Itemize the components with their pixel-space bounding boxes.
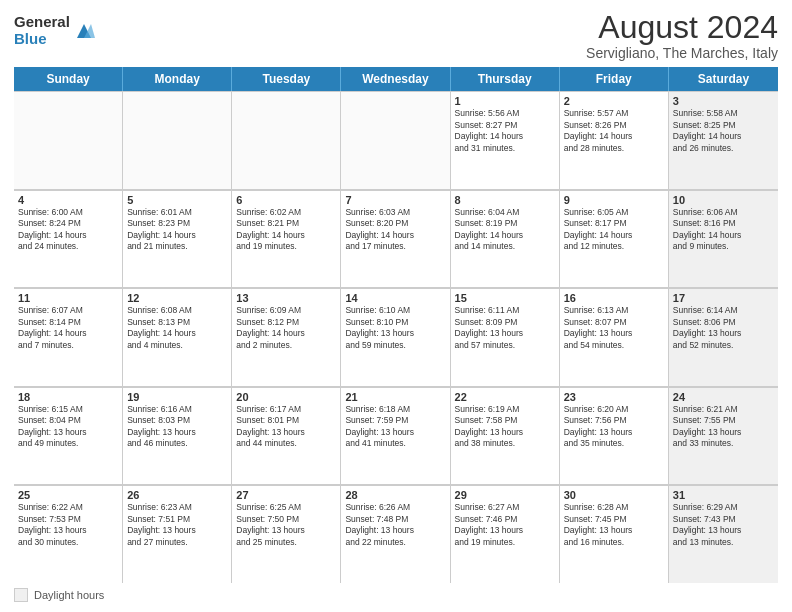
day-number: 8 [455, 194, 555, 206]
cell-info: Sunrise: 6:20 AMSunset: 7:56 PMDaylight:… [564, 404, 664, 450]
cell-info: Sunrise: 6:03 AMSunset: 8:20 PMDaylight:… [345, 207, 445, 253]
cal-cell-26: 26Sunrise: 6:23 AMSunset: 7:51 PMDayligh… [123, 485, 232, 583]
day-number: 31 [673, 489, 774, 501]
day-number: 22 [455, 391, 555, 403]
cal-cell-7: 7Sunrise: 6:03 AMSunset: 8:20 PMDaylight… [341, 190, 450, 288]
cal-cell-11: 11Sunrise: 6:07 AMSunset: 8:14 PMDayligh… [14, 288, 123, 386]
cal-header-day-tuesday: Tuesday [232, 67, 341, 91]
day-number: 9 [564, 194, 664, 206]
day-number: 2 [564, 95, 664, 107]
day-number: 30 [564, 489, 664, 501]
cal-cell-2: 2Sunrise: 5:57 AMSunset: 8:26 PMDaylight… [560, 91, 669, 189]
logo-general: General [14, 14, 70, 31]
day-number: 16 [564, 292, 664, 304]
header: General Blue August 2024 Servigliano, Th… [14, 10, 778, 61]
cal-header-day-wednesday: Wednesday [341, 67, 450, 91]
cell-info: Sunrise: 6:26 AMSunset: 7:48 PMDaylight:… [345, 502, 445, 548]
cell-info: Sunrise: 6:01 AMSunset: 8:23 PMDaylight:… [127, 207, 227, 253]
logo-blue: Blue [14, 31, 70, 48]
footer: Daylight hours [14, 588, 778, 602]
cell-info: Sunrise: 6:27 AMSunset: 7:46 PMDaylight:… [455, 502, 555, 548]
cal-cell-23: 23Sunrise: 6:20 AMSunset: 7:56 PMDayligh… [560, 387, 669, 485]
cell-info: Sunrise: 6:29 AMSunset: 7:43 PMDaylight:… [673, 502, 774, 548]
cal-header-day-monday: Monday [123, 67, 232, 91]
cal-cell-10: 10Sunrise: 6:06 AMSunset: 8:16 PMDayligh… [669, 190, 778, 288]
cell-info: Sunrise: 6:15 AMSunset: 8:04 PMDaylight:… [18, 404, 118, 450]
day-number: 23 [564, 391, 664, 403]
cal-cell-19: 19Sunrise: 6:16 AMSunset: 8:03 PMDayligh… [123, 387, 232, 485]
day-number: 3 [673, 95, 774, 107]
location: Servigliano, The Marches, Italy [586, 45, 778, 61]
calendar-header: SundayMondayTuesdayWednesdayThursdayFrid… [14, 67, 778, 91]
cal-header-day-sunday: Sunday [14, 67, 123, 91]
calendar-body: 1Sunrise: 5:56 AMSunset: 8:27 PMDaylight… [14, 91, 778, 583]
cell-info: Sunrise: 6:06 AMSunset: 8:16 PMDaylight:… [673, 207, 774, 253]
day-number: 7 [345, 194, 445, 206]
cal-cell-15: 15Sunrise: 6:11 AMSunset: 8:09 PMDayligh… [451, 288, 560, 386]
cal-cell-5: 5Sunrise: 6:01 AMSunset: 8:23 PMDaylight… [123, 190, 232, 288]
cal-header-day-friday: Friday [560, 67, 669, 91]
day-number: 24 [673, 391, 774, 403]
day-number: 20 [236, 391, 336, 403]
cal-cell-31: 31Sunrise: 6:29 AMSunset: 7:43 PMDayligh… [669, 485, 778, 583]
cal-cell-25: 25Sunrise: 6:22 AMSunset: 7:53 PMDayligh… [14, 485, 123, 583]
cal-cell-3: 3Sunrise: 5:58 AMSunset: 8:25 PMDaylight… [669, 91, 778, 189]
day-number: 5 [127, 194, 227, 206]
cell-info: Sunrise: 6:16 AMSunset: 8:03 PMDaylight:… [127, 404, 227, 450]
cal-row-4: 18Sunrise: 6:15 AMSunset: 8:04 PMDayligh… [14, 387, 778, 486]
cell-info: Sunrise: 6:28 AMSunset: 7:45 PMDaylight:… [564, 502, 664, 548]
page: General Blue August 2024 Servigliano, Th… [0, 0, 792, 612]
cal-cell-13: 13Sunrise: 6:09 AMSunset: 8:12 PMDayligh… [232, 288, 341, 386]
day-number: 13 [236, 292, 336, 304]
cal-row-5: 25Sunrise: 6:22 AMSunset: 7:53 PMDayligh… [14, 485, 778, 583]
cell-info: Sunrise: 5:58 AMSunset: 8:25 PMDaylight:… [673, 108, 774, 154]
day-number: 28 [345, 489, 445, 501]
cal-header-day-thursday: Thursday [451, 67, 560, 91]
logo-icon [73, 20, 95, 42]
cal-cell-empty-1 [123, 91, 232, 189]
cal-cell-28: 28Sunrise: 6:26 AMSunset: 7:48 PMDayligh… [341, 485, 450, 583]
day-number: 11 [18, 292, 118, 304]
header-right: August 2024 Servigliano, The Marches, It… [586, 10, 778, 61]
cal-cell-14: 14Sunrise: 6:10 AMSunset: 8:10 PMDayligh… [341, 288, 450, 386]
calendar: SundayMondayTuesdayWednesdayThursdayFrid… [14, 67, 778, 583]
cal-cell-22: 22Sunrise: 6:19 AMSunset: 7:58 PMDayligh… [451, 387, 560, 485]
cal-cell-6: 6Sunrise: 6:02 AMSunset: 8:21 PMDaylight… [232, 190, 341, 288]
day-number: 10 [673, 194, 774, 206]
day-number: 6 [236, 194, 336, 206]
cell-info: Sunrise: 6:23 AMSunset: 7:51 PMDaylight:… [127, 502, 227, 548]
cal-cell-29: 29Sunrise: 6:27 AMSunset: 7:46 PMDayligh… [451, 485, 560, 583]
cell-info: Sunrise: 6:25 AMSunset: 7:50 PMDaylight:… [236, 502, 336, 548]
day-number: 27 [236, 489, 336, 501]
cell-info: Sunrise: 6:00 AMSunset: 8:24 PMDaylight:… [18, 207, 118, 253]
cal-header-day-saturday: Saturday [669, 67, 778, 91]
cell-info: Sunrise: 6:19 AMSunset: 7:58 PMDaylight:… [455, 404, 555, 450]
cal-cell-20: 20Sunrise: 6:17 AMSunset: 8:01 PMDayligh… [232, 387, 341, 485]
cell-info: Sunrise: 5:57 AMSunset: 8:26 PMDaylight:… [564, 108, 664, 154]
logo-text: General Blue [14, 14, 70, 47]
cal-cell-27: 27Sunrise: 6:25 AMSunset: 7:50 PMDayligh… [232, 485, 341, 583]
cell-info: Sunrise: 6:21 AMSunset: 7:55 PMDaylight:… [673, 404, 774, 450]
day-number: 15 [455, 292, 555, 304]
day-number: 17 [673, 292, 774, 304]
cell-info: Sunrise: 6:13 AMSunset: 8:07 PMDaylight:… [564, 305, 664, 351]
cal-cell-12: 12Sunrise: 6:08 AMSunset: 8:13 PMDayligh… [123, 288, 232, 386]
footer-label: Daylight hours [34, 589, 104, 601]
cal-cell-18: 18Sunrise: 6:15 AMSunset: 8:04 PMDayligh… [14, 387, 123, 485]
day-number: 21 [345, 391, 445, 403]
cal-cell-empty-3 [341, 91, 450, 189]
month-title: August 2024 [586, 10, 778, 45]
cal-cell-16: 16Sunrise: 6:13 AMSunset: 8:07 PMDayligh… [560, 288, 669, 386]
cal-cell-30: 30Sunrise: 6:28 AMSunset: 7:45 PMDayligh… [560, 485, 669, 583]
cell-info: Sunrise: 6:18 AMSunset: 7:59 PMDaylight:… [345, 404, 445, 450]
cal-cell-1: 1Sunrise: 5:56 AMSunset: 8:27 PMDaylight… [451, 91, 560, 189]
cal-cell-empty-2 [232, 91, 341, 189]
cal-cell-24: 24Sunrise: 6:21 AMSunset: 7:55 PMDayligh… [669, 387, 778, 485]
day-number: 26 [127, 489, 227, 501]
day-number: 19 [127, 391, 227, 403]
day-number: 29 [455, 489, 555, 501]
cal-cell-9: 9Sunrise: 6:05 AMSunset: 8:17 PMDaylight… [560, 190, 669, 288]
logo: General Blue [14, 14, 95, 47]
cell-info: Sunrise: 6:09 AMSunset: 8:12 PMDaylight:… [236, 305, 336, 351]
cell-info: Sunrise: 6:14 AMSunset: 8:06 PMDaylight:… [673, 305, 774, 351]
